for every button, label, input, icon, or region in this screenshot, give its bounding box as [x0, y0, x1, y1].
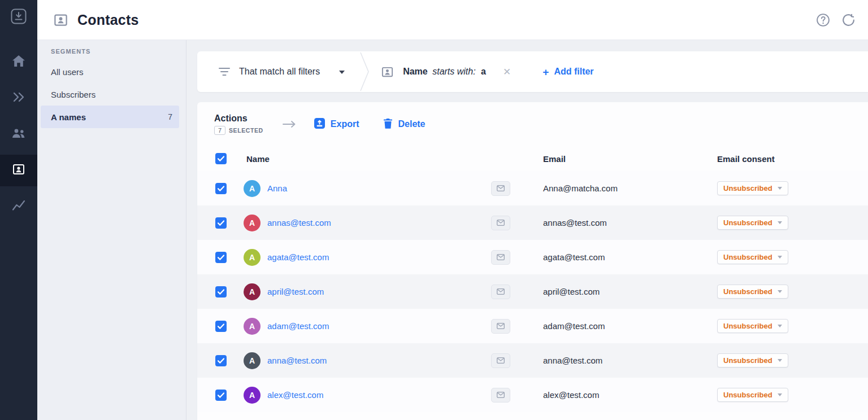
envelope-icon [497, 356, 505, 365]
send-email-button[interactable] [491, 353, 510, 368]
select-all-checkbox[interactable] [215, 153, 227, 164]
nav-item-campaigns[interactable] [0, 82, 37, 114]
contact-name-link[interactable]: annas@test.com [267, 218, 331, 228]
envelope-icon [497, 218, 505, 228]
email-consent-dropdown[interactable]: Unsubscribed [717, 285, 788, 299]
arrow-right-icon [283, 120, 296, 128]
table-row: A adam@test.com adam@test.com Unsubscrib… [197, 309, 868, 343]
segments-sidebar: SEGMENTS All users Subscribers A names 7 [37, 40, 186, 420]
segment-item-all-users[interactable]: All users [37, 60, 186, 83]
contact-name-link[interactable]: alex@test.com [267, 390, 323, 400]
page-title: Contacts [77, 12, 139, 28]
contact-email: adam@test.com [543, 321, 605, 331]
segments-list: All users Subscribers A names 7 [37, 60, 186, 128]
filter-chip-value: a [481, 67, 486, 76]
contacts-table-card: Actions 7 SELECTED Export [197, 102, 868, 420]
row-checkbox[interactable] [215, 390, 227, 401]
contact-name-link[interactable]: anna@test.com [267, 356, 327, 365]
table-row: A Anna Anna@matcha.com Unsubscribed [197, 171, 868, 205]
email-consent-dropdown[interactable]: Unsubscribed [717, 353, 788, 368]
send-email-button[interactable] [491, 285, 510, 299]
row-checkbox[interactable] [215, 217, 227, 229]
send-email-button[interactable] [491, 250, 510, 265]
row-checkbox[interactable] [215, 252, 227, 263]
column-header-email: Email [543, 154, 566, 164]
email-consent-value: Unsubscribed [723, 322, 772, 330]
analytics-icon [12, 200, 25, 213]
segment-item-a-names[interactable]: A names 7 [41, 106, 179, 128]
row-checkbox[interactable] [215, 355, 227, 366]
delete-button[interactable]: Delete [384, 118, 425, 131]
nav-item-analytics[interactable] [0, 191, 37, 222]
contact-card-icon [53, 12, 68, 28]
home-icon [12, 55, 25, 69]
chevron-down-icon [778, 256, 782, 261]
page-header: Contacts [37, 0, 868, 40]
contact-email: anna@test.com [543, 356, 602, 365]
filter-bar: That match all filters Name starts with:… [197, 51, 868, 92]
email-consent-value: Unsubscribed [723, 287, 772, 296]
filter-chip[interactable]: Name starts with: a [403, 67, 486, 77]
app-logo[interactable] [10, 8, 27, 27]
email-consent-dropdown[interactable]: Unsubscribed [717, 319, 788, 333]
segment-label: A names [51, 112, 86, 122]
email-consent-value: Unsubscribed [723, 356, 772, 365]
send-email-button[interactable] [491, 319, 510, 334]
filter-match-mode-dropdown[interactable]: That match all filters [239, 67, 320, 77]
avatar: A [244, 180, 261, 197]
table-row: A alex@test.com alex@test.com Unsubscrib… [197, 378, 868, 412]
nav-item-home[interactable] [0, 46, 37, 78]
segments-heading: SEGMENTS [51, 48, 186, 55]
row-checkbox[interactable] [215, 286, 227, 298]
segment-item-subscribers[interactable]: Subscribers [37, 83, 186, 106]
selected-label: SELECTED [229, 127, 263, 134]
filter-chip-close-icon[interactable]: ✕ [503, 67, 511, 77]
app-logo-icon [10, 8, 27, 27]
send-email-button[interactable] [491, 181, 510, 196]
email-consent-dropdown[interactable]: Unsubscribed [717, 216, 788, 230]
send-email-button[interactable] [491, 216, 510, 230]
people-icon [12, 129, 25, 141]
add-filter-button[interactable]: + Add filter [542, 67, 593, 77]
envelope-icon [497, 321, 505, 331]
avatar: A [244, 249, 261, 266]
segment-label: All users [51, 67, 84, 77]
export-label: Export [331, 119, 359, 129]
contact-name-link[interactable]: Anna [267, 183, 287, 193]
actions-title-group: Actions 7 SELECTED [214, 113, 263, 135]
chevron-down-icon [778, 290, 782, 295]
contact-name-link[interactable]: adam@test.com [267, 321, 329, 331]
export-icon [314, 118, 325, 131]
contact-name-link[interactable]: agata@test.com [267, 252, 329, 262]
chevron-down-icon[interactable] [339, 71, 345, 77]
help-button[interactable] [816, 13, 830, 27]
column-header-email-consent: Email consent [717, 154, 775, 164]
segment-label: Subscribers [51, 90, 96, 99]
send-email-button[interactable] [491, 388, 510, 403]
table-header-row: Name Email Email consent [197, 146, 868, 171]
export-button[interactable]: Export [314, 118, 359, 131]
nav-item-people[interactable] [0, 119, 37, 150]
email-consent-value: Unsubscribed [723, 218, 772, 227]
email-consent-value: Unsubscribed [723, 253, 772, 261]
row-checkbox[interactable] [215, 183, 227, 194]
email-consent-dropdown[interactable]: Unsubscribed [717, 388, 788, 402]
envelope-icon [497, 252, 505, 262]
avatar: A [244, 318, 261, 335]
nav-item-contacts[interactable] [0, 155, 37, 186]
filter-chip-field: Name [403, 67, 428, 76]
delete-label: Delete [398, 119, 425, 129]
filter-chip-contact-icon [381, 65, 394, 78]
row-checkbox[interactable] [215, 321, 227, 332]
segment-count: 7 [168, 112, 172, 121]
avatar: A [244, 215, 261, 231]
contacts-icon [12, 163, 25, 178]
email-consent-dropdown[interactable]: Unsubscribed [717, 250, 788, 264]
table-row: A annas@test.com annas@test.com Unsubscr… [197, 205, 868, 240]
refresh-button[interactable] [841, 13, 856, 27]
table-row: A anna@test.com anna@test.com Unsubscrib… [197, 343, 868, 378]
email-consent-dropdown[interactable]: Unsubscribed [717, 181, 788, 195]
contacts-table-body: A Anna Anna@matcha.com Unsubscribed A [197, 171, 868, 412]
contact-name-link[interactable]: april@test.com [267, 287, 324, 296]
table-row: A agata@test.com agata@test.com Unsubscr… [197, 240, 868, 274]
